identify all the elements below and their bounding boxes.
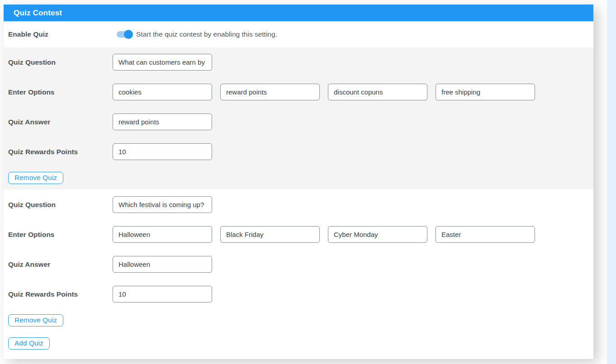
option-input-3[interactable]	[328, 226, 427, 243]
option-input-1[interactable]	[113, 226, 212, 243]
option-input-4[interactable]	[436, 226, 535, 243]
remove-quiz-button[interactable]: Remove Quiz	[8, 172, 63, 184]
page-scrollbar-track[interactable]	[607, 0, 616, 364]
quiz-rewards-label: Quiz Rewards Points	[8, 290, 113, 298]
card-header: Quiz Contest	[4, 5, 593, 21]
enter-options-row: Enter Options	[8, 84, 593, 100]
quiz-question-label: Quiz Question	[8, 201, 113, 209]
page-title: Quiz Contest	[14, 9, 62, 18]
enter-options-label: Enter Options	[8, 231, 113, 239]
quiz-rewards-label: Quiz Rewards Points	[8, 148, 113, 156]
quiz-question-row: Quiz Question	[8, 54, 593, 71]
enable-quiz-description: Start the quiz contest by enabling this …	[136, 30, 277, 38]
quiz-block-1: Quiz Question Enter Options Quiz Answer …	[4, 47, 593, 189]
quiz-question-row: Quiz Question	[8, 196, 593, 213]
quiz-answer-row: Quiz Answer	[8, 256, 593, 273]
quiz-question-label: Quiz Question	[8, 58, 113, 66]
remove-quiz-button[interactable]: Remove Quiz	[8, 314, 63, 326]
quiz-rewards-row: Quiz Rewards Points	[8, 143, 593, 160]
option-input-4[interactable]	[436, 84, 535, 100]
option-input-2[interactable]	[220, 84, 320, 100]
quiz-answer-row: Quiz Answer	[8, 113, 593, 130]
quiz-answer-label: Quiz Answer	[8, 260, 113, 269]
quiz-block-2: Quiz Question Enter Options Quiz Answer …	[4, 189, 593, 359]
enable-quiz-label: Enable Quiz	[8, 30, 113, 38]
quiz-question-input[interactable]	[113, 196, 212, 213]
enter-options-row: Enter Options	[8, 226, 593, 243]
quiz-rewards-input[interactable]	[113, 143, 212, 160]
quiz-rewards-row: Quiz Rewards Points	[8, 286, 593, 303]
page: Quiz Contest Enable Quiz Start the quiz …	[0, 0, 616, 364]
enter-options-label: Enter Options	[8, 88, 113, 96]
toggle-knob	[124, 30, 133, 39]
quiz-answer-label: Quiz Answer	[8, 118, 113, 126]
option-input-1[interactable]	[113, 84, 212, 100]
quiz-contest-card: Quiz Contest Enable Quiz Start the quiz …	[4, 5, 593, 359]
quiz-rewards-input[interactable]	[113, 286, 212, 303]
enable-quiz-toggle[interactable]	[116, 30, 133, 39]
enable-quiz-row: Enable Quiz Start the quiz contest by en…	[4, 21, 593, 47]
option-input-2[interactable]	[220, 226, 320, 243]
quiz-question-input[interactable]	[113, 54, 212, 71]
quiz-answer-input[interactable]	[113, 113, 212, 130]
add-quiz-button[interactable]: Add Quiz	[8, 337, 50, 350]
quiz-answer-input[interactable]	[113, 256, 212, 273]
option-input-3[interactable]	[328, 84, 427, 100]
